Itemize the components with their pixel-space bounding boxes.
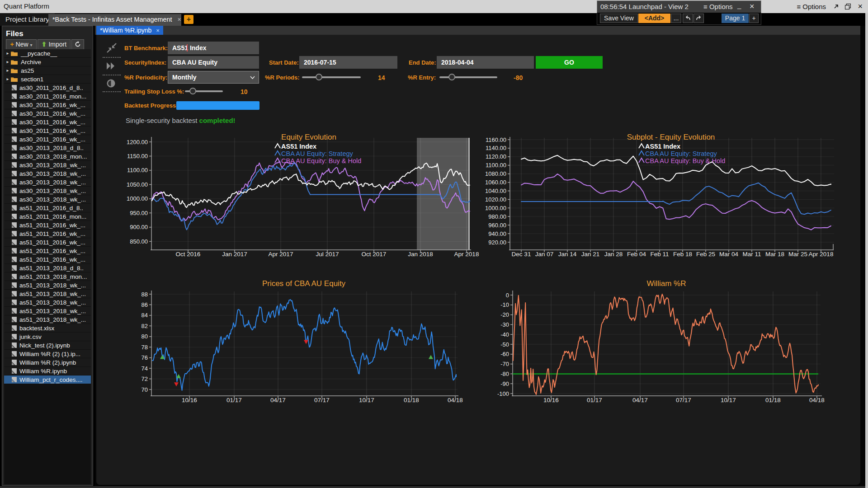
svg-text:CBA AU Equity: Strategy: CBA AU Equity: Strategy [281, 150, 354, 157]
svg-text:Oct 2016: Oct 2016 [176, 251, 201, 258]
svg-text:-60: -60 [500, 351, 509, 357]
svg-text:-20: -20 [500, 311, 509, 318]
svg-text:Jul 2017: Jul 2017 [316, 251, 339, 258]
svg-text:1100.00: 1100.00 [127, 167, 148, 174]
svg-text:1120.00: 1120.00 [486, 153, 506, 160]
svg-text:01/18: 01/18 [404, 397, 419, 404]
svg-text:10/17: 10/17 [359, 397, 374, 404]
svg-text:920.00: 920.00 [488, 239, 506, 246]
svg-text:04/17: 04/17 [632, 397, 648, 404]
svg-text:Prices of CBA AU Equity: Prices of CBA AU Equity [262, 279, 346, 288]
svg-text:1000.00: 1000.00 [485, 205, 506, 211]
svg-text:Subplot - Equity Evolution: Subplot - Equity Evolution [627, 133, 715, 141]
svg-text:Jan 28: Jan 28 [604, 251, 623, 258]
svg-text:04/17: 04/17 [270, 397, 286, 404]
svg-text:CBA AU Equity: Buy & Hold: CBA AU Equity: Buy & Hold [281, 157, 361, 164]
svg-text:Jan 14: Jan 14 [558, 251, 577, 258]
svg-text:07/17: 07/17 [314, 397, 330, 404]
svg-text:0: 0 [506, 292, 509, 299]
svg-text:-100: -100 [497, 390, 509, 397]
svg-text:980.00: 980.00 [488, 213, 506, 220]
svg-text:1040.00: 1040.00 [485, 188, 506, 194]
svg-text:-80: -80 [500, 371, 509, 377]
svg-text:900.00: 900.00 [130, 224, 148, 230]
svg-text:88: 88 [142, 291, 148, 298]
svg-text:72: 72 [142, 375, 148, 382]
svg-text:Oct 2017: Oct 2017 [362, 251, 387, 258]
svg-text:Feb 25: Feb 25 [696, 251, 715, 258]
svg-text:-90: -90 [500, 380, 509, 387]
svg-text:AS51 Index: AS51 Index [281, 143, 316, 150]
svg-text:1160.00: 1160.00 [486, 136, 506, 143]
svg-text:1020.00: 1020.00 [485, 196, 506, 203]
svg-text:CBA AU Equity: Buy & Hold: CBA AU Equity: Buy & Hold [645, 157, 725, 164]
svg-text:Feb 11: Feb 11 [650, 251, 669, 258]
svg-text:Mar 25: Mar 25 [788, 251, 807, 258]
svg-text:1080.00: 1080.00 [485, 170, 506, 177]
svg-text:76: 76 [142, 354, 148, 361]
svg-text:Mar 18: Mar 18 [765, 251, 784, 258]
svg-text:CBA AU Equity: Strategy: CBA AU Equity: Strategy [645, 150, 717, 157]
svg-text:1060.00: 1060.00 [485, 179, 506, 186]
svg-text:10/16: 10/16 [543, 397, 559, 404]
svg-text:74: 74 [142, 365, 148, 372]
svg-text:82: 82 [142, 323, 148, 329]
svg-text:Feb 18: Feb 18 [673, 251, 692, 258]
svg-text:1050.00: 1050.00 [127, 181, 148, 188]
svg-text:-40: -40 [500, 331, 509, 338]
svg-text:Equity Evolution: Equity Evolution [281, 133, 336, 141]
svg-text:10/17: 10/17 [721, 397, 736, 404]
svg-text:William %R: William %R [647, 279, 686, 288]
svg-text:1000.00: 1000.00 [127, 195, 148, 202]
svg-text:-50: -50 [500, 341, 509, 348]
svg-text:1100.00: 1100.00 [486, 162, 506, 169]
svg-text:Jan 2017: Jan 2017 [222, 251, 247, 258]
svg-text:-30: -30 [500, 321, 509, 328]
svg-text:-70: -70 [500, 361, 509, 367]
svg-text:01/17: 01/17 [226, 397, 242, 404]
svg-text:Jan 21: Jan 21 [581, 251, 600, 258]
svg-text:04/18: 04/18 [809, 397, 825, 404]
svg-text:78: 78 [142, 344, 148, 351]
svg-text:Jan 07: Jan 07 [535, 251, 554, 258]
svg-text:Apr 2017: Apr 2017 [269, 251, 293, 258]
svg-text:1200.00: 1200.00 [127, 139, 148, 145]
svg-text:70: 70 [142, 386, 148, 393]
svg-text:Jan 2018: Jan 2018 [408, 251, 433, 258]
svg-text:01/18: 01/18 [765, 397, 781, 404]
svg-text:960.00: 960.00 [488, 222, 506, 229]
svg-text:Apr 2018: Apr 2018 [809, 251, 834, 258]
svg-text:Apr 2018: Apr 2018 [454, 251, 479, 258]
svg-text:04/18: 04/18 [448, 397, 463, 404]
svg-text:850.00: 850.00 [130, 238, 148, 245]
svg-text:1150.00: 1150.00 [127, 153, 148, 160]
svg-text:950.00: 950.00 [130, 210, 148, 216]
svg-text:Dec 31: Dec 31 [512, 251, 531, 258]
svg-text:84: 84 [142, 312, 148, 319]
svg-text:86: 86 [142, 301, 148, 308]
svg-text:01/17: 01/17 [587, 397, 602, 404]
svg-text:AS51 Index: AS51 Index [645, 143, 680, 150]
svg-text:Mar 04: Mar 04 [719, 251, 739, 258]
svg-text:Mar 11: Mar 11 [742, 251, 761, 258]
svg-text:07/17: 07/17 [676, 397, 691, 404]
svg-text:940.00: 940.00 [488, 230, 506, 237]
svg-text:10/16: 10/16 [182, 397, 197, 404]
svg-text:-10: -10 [500, 301, 509, 308]
svg-text:Feb 04: Feb 04 [627, 251, 646, 258]
svg-text:80: 80 [142, 333, 148, 340]
svg-text:1140.00: 1140.00 [486, 145, 506, 151]
